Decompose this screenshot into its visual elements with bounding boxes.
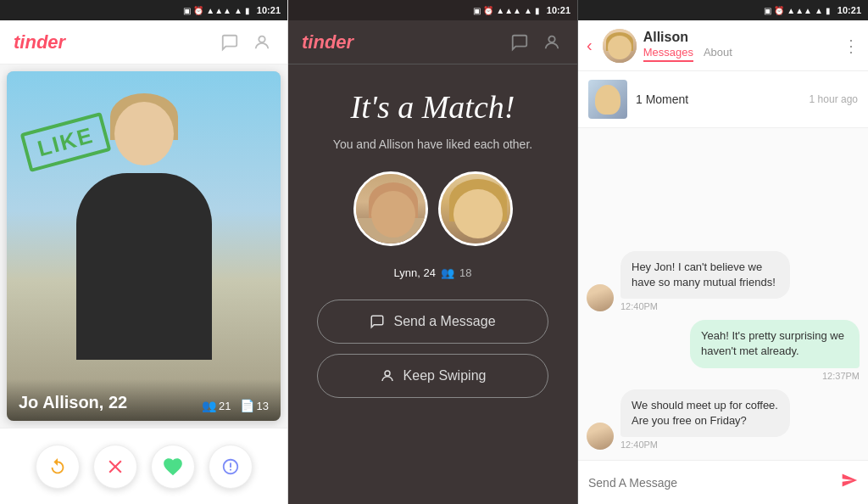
send-message-button[interactable]: Send a Message <box>317 300 548 344</box>
match-avatar-male <box>353 171 428 246</box>
person-head-area <box>106 87 182 171</box>
alarm-icon-2: ⏰ <box>483 6 493 15</box>
msg-text-1: Hey Jon! I can't believe we have so many… <box>632 260 776 288</box>
svg-point-0 <box>259 36 264 42</box>
moment-time: 1 hour ago <box>810 93 858 105</box>
wifi-icon-2: ▲ <box>524 6 532 15</box>
chat-header-info: Allison Messages About <box>643 30 836 62</box>
moment-info: 1 Moment <box>636 92 801 106</box>
name-partial: Jo <box>19 393 42 412</box>
battery-icon-3: ▮ <box>826 6 831 15</box>
status-icons-3: ▣ ⏰ ▲▲▲ ▲ ▮ <box>764 6 831 15</box>
msg-col-3: We should meet up for coffee. Are you fr… <box>620 389 790 450</box>
moment-person <box>595 85 620 115</box>
battery-icon: ▮ <box>245 6 250 15</box>
rewind-button[interactable] <box>36 445 80 489</box>
like-button[interactable] <box>151 445 195 489</box>
person-figure <box>7 71 281 421</box>
msg-time-2: 12:37PM <box>690 371 860 381</box>
profile-icon-1[interactable] <box>250 31 274 54</box>
moment-label: 1 Moment <box>636 92 801 106</box>
card-name: Jo Allison, 22 <box>19 393 127 412</box>
match-buttons: Send a Message Keep Swiping <box>309 300 557 398</box>
female-face <box>441 174 510 244</box>
messages-list[interactable]: 1 Moment 1 hour ago Hey Jon! I can't bel… <box>578 71 868 460</box>
person-body <box>76 173 212 360</box>
card-meta: 👥 21 📄 13 <box>202 399 269 412</box>
message-row-1: Hey Jon! I can't believe we have so many… <box>587 251 860 311</box>
send-button[interactable] <box>841 472 858 493</box>
friends-icon: 👥 <box>202 399 216 412</box>
match-avatar-female <box>438 171 513 246</box>
chat-name: Allison <box>643 30 836 45</box>
chat-input[interactable] <box>588 476 834 490</box>
message-row-3: We should meet up for coffee. Are you fr… <box>587 389 860 450</box>
tab-messages[interactable]: Messages <box>643 46 693 62</box>
alarm-icon-3: ⏰ <box>774 6 784 15</box>
status-bar-2: ▣ ⏰ ▲▲▲ ▲ ▮ 10:21 <box>288 0 577 20</box>
messages-spacer <box>578 128 868 241</box>
msg-avatar-img-1 <box>587 284 614 311</box>
svg-point-2 <box>385 371 390 376</box>
message-row-2: Yeah! It's pretty surprising we haven't … <box>587 320 860 380</box>
match-friends-icon: 👥 <box>441 266 454 279</box>
keep-swiping-label: Keep Swiping <box>403 368 487 384</box>
time-display-3: 10:21 <box>837 5 861 15</box>
keep-swiping-button[interactable]: Keep Swiping <box>317 354 548 398</box>
panel-chat: ▣ ⏰ ▲▲▲ ▲ ▮ 10:21 ‹ Allison Messages Abo… <box>578 0 868 504</box>
card-full-name: Allison <box>42 393 99 412</box>
msg-text-2: Yeah! It's pretty surprising we haven't … <box>701 329 844 357</box>
chat-input-bar <box>578 460 868 504</box>
back-button[interactable]: ‹ <box>587 36 593 55</box>
battery-icon-2: ▮ <box>535 6 540 15</box>
msg-time-3: 12:40PM <box>620 440 790 450</box>
msg-col-1: Hey Jon! I can't believe we have so many… <box>620 251 790 311</box>
profile-card[interactable]: LIKE Jo Allison, 22 👥 21 📄 13 <box>7 71 281 421</box>
moment-row[interactable]: 1 Moment 1 hour ago <box>578 71 868 128</box>
friends-meta: 👥 21 <box>202 399 231 412</box>
messages-area: Hey Jon! I can't believe we have so many… <box>578 241 868 460</box>
sim-icon: ▣ <box>183 6 191 15</box>
boost-button[interactable] <box>209 445 253 489</box>
tinder-logo-2: tinder <box>302 31 499 53</box>
profile-icon-2[interactable] <box>540 31 564 54</box>
chat-avatar-img <box>603 29 637 63</box>
alarm-icon: ⏰ <box>193 6 203 15</box>
msg-avatar-1 <box>587 284 614 311</box>
more-options-button[interactable]: ⋮ <box>843 36 860 56</box>
sim-icon-3: ▣ <box>764 6 771 15</box>
msg-avatar-img-3 <box>587 423 614 450</box>
time-display-2: 10:21 <box>547 5 570 15</box>
chat-icon-2[interactable] <box>508 31 531 54</box>
wifi-icon-3: ▲ <box>815 6 823 15</box>
mutual-meta: 📄 13 <box>240 399 269 412</box>
match-card-name: Lynn, 24 <box>394 266 436 279</box>
msg-bubble-3: We should meet up for coffee. Are you fr… <box>620 389 790 437</box>
match-title: It's a Match! <box>351 90 515 126</box>
sim-icon-2: ▣ <box>473 6 481 15</box>
wifi-icon: ▲ <box>234 6 242 15</box>
top-bar-2: tinder <box>288 20 577 64</box>
male-head <box>371 191 415 238</box>
status-icons-2: ▣ ⏰ ▲▲▲ ▲ ▮ <box>473 6 540 15</box>
tab-about[interactable]: About <box>704 46 732 62</box>
chat-icon-1[interactable] <box>218 31 242 54</box>
chat-tabs: Messages About <box>643 46 836 62</box>
status-icons-1: ▣ ⏰ ▲▲▲ ▲ ▮ <box>183 6 250 15</box>
female-head <box>453 189 503 238</box>
signal-icon-2: ▲▲▲ <box>496 6 521 15</box>
chat-avatar <box>603 29 637 63</box>
card-name-age: Jo Allison, 22 <box>19 393 127 412</box>
match-avatars <box>353 171 513 246</box>
msg-avatar-3 <box>587 423 614 450</box>
match-content: It's a Match! You and Allison have liked… <box>288 64 577 504</box>
panel-swipe: ▣ ⏰ ▲▲▲ ▲ ▮ 10:21 tinder <box>0 0 288 504</box>
card-area[interactable]: LIKE Jo Allison, 22 👥 21 📄 13 <box>0 64 287 428</box>
match-card-info: Lynn, 24 👥 18 <box>394 266 472 279</box>
time-display-1: 10:21 <box>257 5 281 15</box>
avatar-face <box>608 36 632 59</box>
msg-col-2: Yeah! It's pretty surprising we haven't … <box>690 320 860 380</box>
moment-thumbnail <box>588 80 627 119</box>
nope-button[interactable] <box>93 445 137 489</box>
top-bar-1: tinder <box>0 20 287 64</box>
